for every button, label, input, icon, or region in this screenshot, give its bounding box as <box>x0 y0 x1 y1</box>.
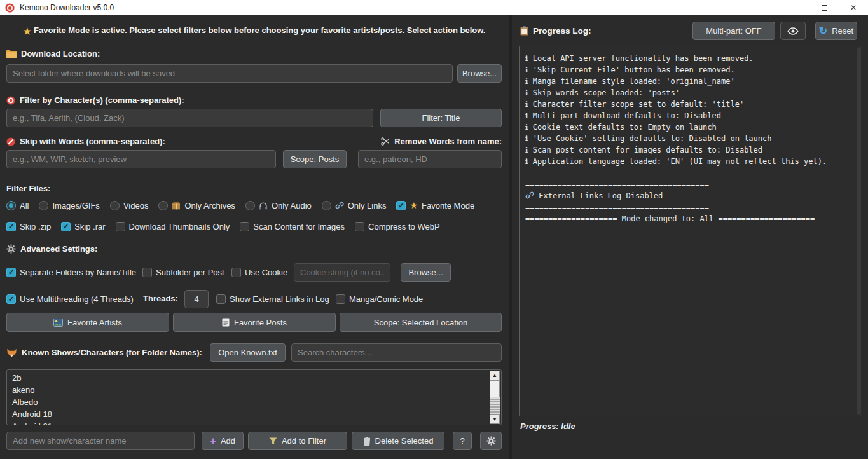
progress-status: Progress: Idle <box>520 421 575 431</box>
browse-cookie-button[interactable]: Browse... <box>401 263 451 282</box>
banner-text: Favorite Mode is active. Please select f… <box>34 25 485 35</box>
document-icon <box>222 318 230 327</box>
checkbox-indicator <box>396 201 406 210</box>
list-item[interactable]: Android 18 <box>7 408 501 420</box>
list-item[interactable]: Albedo <box>7 396 501 408</box>
add-character-input[interactable] <box>6 432 195 450</box>
info-icon: ℹ <box>525 146 528 154</box>
checkbox-separate-folders[interactable]: Separate Folders by Name/Title <box>6 268 136 277</box>
maximize-button[interactable] <box>809 0 839 15</box>
remove-words-input[interactable] <box>358 150 502 168</box>
radio-option-videos[interactable]: Videos <box>110 201 149 210</box>
log-line: ℹ Character filter scope set to default:… <box>525 99 856 110</box>
progress-log-label: Progress Log: <box>520 26 591 36</box>
minimize-button[interactable] <box>780 0 809 15</box>
link-icon <box>335 201 344 210</box>
progress-log-area[interactable]: ℹ Local API server functionality has bee… <box>519 46 862 416</box>
filter-files-options-row: AllImages/GIFsVideosOnly ArchivesOnly Au… <box>6 200 474 211</box>
option-label: All <box>20 201 29 210</box>
eye-icon <box>787 27 799 35</box>
filter-scope-button[interactable]: Filter: Title <box>380 109 502 127</box>
info-icon: ℹ <box>525 157 528 166</box>
reset-icon: ↻ <box>819 26 827 36</box>
favorite-artists-button[interactable]: Favorite Artists <box>6 313 169 332</box>
help-button[interactable]: ? <box>453 432 472 450</box>
skip-scope-button[interactable]: Scope: Posts <box>283 150 347 168</box>
scope-selected-location-button[interactable]: Scope: Selected Location <box>340 313 502 332</box>
maximize-icon <box>822 5 827 11</box>
scroll-down-button[interactable]: ▼ <box>490 414 500 424</box>
list-scrollbar[interactable]: ▲ ▼ <box>490 371 500 424</box>
threads-label: Threads: <box>143 294 178 303</box>
log-line: ℹ Skip words scope loaded: 'posts' <box>525 87 856 99</box>
skip-words-label: Skip with Words (comma-separated): <box>6 137 165 146</box>
info-icon: ℹ <box>525 111 528 120</box>
checkbox-use-cookie[interactable]: Use Cookie <box>231 268 287 277</box>
log-line: ==================== Mode changed to: Al… <box>525 213 856 224</box>
cookie-string-input[interactable] <box>294 263 390 282</box>
star-icon: ★ <box>24 27 32 36</box>
download-location-input[interactable] <box>6 64 453 83</box>
log-line: ℹ Manga filename style loaded: 'original… <box>525 76 856 87</box>
checkbox-show-external-links[interactable]: Show External Links in Log <box>216 294 329 304</box>
radio-option-only-archives[interactable]: Only Archives <box>158 201 235 210</box>
panel-divider[interactable] <box>509 15 512 459</box>
checkbox-indicator <box>240 222 249 231</box>
threads-input[interactable] <box>184 290 209 308</box>
add-button[interactable]: + Add <box>202 432 244 450</box>
option-label: Images/GIFs <box>52 201 99 210</box>
info-icon: ℹ <box>525 54 528 63</box>
option-label: Subfolder per Post <box>156 268 224 277</box>
browse-download-button[interactable]: Browse... <box>457 64 502 83</box>
eye-toggle-button[interactable] <box>780 22 806 40</box>
checkbox-download-thumbnails-only[interactable]: Download Thumbnails Only <box>116 222 230 231</box>
favorite-posts-button[interactable]: Favorite Posts <box>173 313 336 332</box>
checkbox-skip-zip[interactable]: Skip .zip <box>6 222 51 231</box>
option-label: Compress to WebP <box>368 222 439 231</box>
link-icon <box>525 191 534 200</box>
checkbox-use-multithreading[interactable]: Use Multithreading (4 Threads) <box>6 294 134 304</box>
settings-button[interactable] <box>480 432 502 450</box>
favorite-mode-banner: ★Favorite Mode is active. Please select … <box>0 25 509 36</box>
log-line <box>525 167 856 179</box>
gear-icon <box>486 436 496 446</box>
multipart-toggle-button[interactable]: Multi-part: OFF <box>692 22 775 40</box>
skip-words-input[interactable] <box>6 150 276 168</box>
checkbox-indicator <box>142 268 152 277</box>
option-label: Only Links <box>348 201 387 210</box>
log-line: ℹ 'Skip Current File' button has been re… <box>525 64 856 76</box>
option-label: Skip .zip <box>20 222 51 231</box>
reset-button[interactable]: ↻ Reset <box>815 22 857 40</box>
search-characters-input[interactable] <box>291 343 502 362</box>
log-scrollbar[interactable] <box>857 47 861 415</box>
checkbox-skip-rar[interactable]: Skip .rar <box>61 222 105 231</box>
window-title: Kemono Downloader v5.0.0 <box>20 3 114 12</box>
checkbox-manga-comic-mode[interactable]: Manga/Comic Mode <box>336 294 423 304</box>
radio-option-images-gifs[interactable]: Images/GIFs <box>39 201 99 210</box>
list-item[interactable]: 2b <box>7 372 501 384</box>
info-icon: ℹ <box>525 65 528 74</box>
option-label: Skip .rar <box>74 222 105 231</box>
list-item[interactable]: akeno <box>7 384 501 396</box>
checkbox-compress-to-webp[interactable]: Compress to WebP <box>355 222 439 231</box>
delete-selected-button[interactable]: Delete Selected <box>352 432 444 450</box>
radio-indicator <box>245 201 255 210</box>
list-item[interactable]: Android 21 <box>7 420 501 425</box>
radio-option-all[interactable]: All <box>6 201 29 210</box>
add-to-filter-button[interactable]: Add to Filter <box>248 432 347 450</box>
checkbox-indicator <box>116 222 125 231</box>
character-list[interactable]: 2bakenoAlbedoAndroid 18Android 21 ▲ ▼ <box>6 369 502 425</box>
radio-option-only-links[interactable]: Only Links <box>322 201 387 210</box>
checkbox-favorite-mode[interactable]: ★Favorite Mode <box>396 201 474 210</box>
character-filter-input[interactable] <box>6 109 373 127</box>
package-icon <box>172 202 181 210</box>
radio-option-only-audio[interactable]: Only Audio <box>245 201 312 210</box>
close-button[interactable]: ✕ <box>839 0 868 15</box>
scroll-up-button[interactable]: ▲ <box>490 371 500 380</box>
checkbox-subfolder-per-post[interactable]: Subfolder per Post <box>142 268 224 277</box>
checkbox-indicator <box>216 294 226 304</box>
open-known-txt-button[interactable]: Open Known.txt <box>210 343 286 362</box>
checkbox-scan-content-for-images[interactable]: Scan Content for Images <box>240 222 345 231</box>
scrollbar-thumb[interactable] <box>490 380 500 397</box>
star-icon: ★ <box>410 201 418 210</box>
